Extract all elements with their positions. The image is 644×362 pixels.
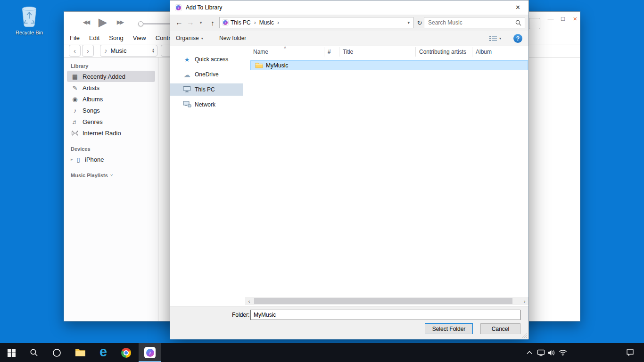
address-location-icon: ♪ — [222, 19, 229, 26]
column-separator[interactable] — [472, 47, 472, 57]
edge-button[interactable]: e — [92, 343, 115, 362]
breadcrumb-this-pc[interactable]: This PC — [229, 19, 253, 26]
menu-item-edit[interactable]: Edit — [84, 33, 104, 44]
dialog-nav-pane: ★ Quick access ☁ OneDrive This PC — [170, 46, 244, 306]
breadcrumb-music[interactable]: Music — [257, 19, 276, 26]
scroll-thumb[interactable] — [254, 298, 512, 304]
dialog-content: ★ Quick access ☁ OneDrive This PC — [170, 46, 528, 306]
taskbar: e ♪ — [0, 343, 644, 362]
close-icon[interactable]: × — [570, 13, 581, 24]
column-header-album[interactable]: Album — [472, 46, 524, 58]
sidebar-item-songs[interactable]: ♪ Songs — [67, 105, 155, 116]
sidebar-item-iphone[interactable]: ▸ ▯ iPhone — [67, 154, 155, 165]
select-folder-button[interactable]: Select Folder — [425, 323, 473, 334]
new-folder-button[interactable]: New folder — [219, 31, 246, 46]
menu-item-file[interactable]: File — [65, 33, 84, 44]
address-bar[interactable]: ♪ This PC › Music › ▾ — [219, 17, 413, 28]
column-header-name[interactable]: Name — [249, 46, 324, 58]
column-header-contributing-artists[interactable]: Contributing artists — [415, 46, 472, 58]
itunes-back-button[interactable]: ‹ — [69, 45, 81, 57]
nav-item-label: This PC — [195, 86, 215, 93]
forward-button[interactable]: → — [185, 15, 196, 31]
file-row-mymusic[interactable]: MyMusic — [250, 60, 528, 70]
onedrive-cloud-icon: ☁ — [182, 71, 191, 78]
help-button[interactable]: ? — [513, 34, 522, 43]
nav-item-label: Quick access — [195, 56, 228, 63]
volume-knob[interactable] — [138, 21, 143, 26]
list-view-icon — [489, 35, 497, 41]
maximize-button[interactable]: □ — [557, 13, 569, 24]
artist-icon: ✎ — [71, 85, 79, 91]
chrome-button[interactable] — [115, 343, 137, 362]
volume-slider[interactable] — [139, 21, 173, 26]
file-explorer-icon — [75, 348, 86, 357]
media-picker[interactable]: ♪ Music ▴ ▾ — [100, 45, 157, 57]
itunes-toolbar-fragment[interactable] — [529, 18, 540, 29]
folder-label: Folder: — [232, 312, 249, 318]
sidebar-item-albums[interactable]: ◉ Albums — [67, 93, 155, 105]
dialog-itunes-icon: ♪ — [175, 4, 182, 11]
nav-item-this-pc[interactable]: This PC — [170, 83, 243, 96]
tray-expand-button[interactable] — [524, 343, 535, 362]
cortana-button[interactable] — [45, 343, 68, 362]
column-separator[interactable] — [415, 47, 416, 57]
search-icon[interactable] — [515, 20, 521, 26]
recycle-bin[interactable]: Recycle Bin — [14, 4, 44, 35]
itunes-forward-button[interactable]: › — [82, 45, 94, 57]
column-header-number[interactable]: # — [324, 46, 339, 58]
cortana-icon — [52, 348, 61, 357]
sidebar-item-label: Genres — [83, 118, 103, 125]
resize-grip[interactable] — [522, 333, 528, 338]
up-button[interactable]: ↑ — [208, 15, 217, 31]
sidebar-item-label: iPhone — [85, 156, 104, 163]
menu-item-song[interactable]: Song — [104, 33, 128, 44]
tray-display-button[interactable] — [536, 343, 546, 362]
wifi-icon — [559, 349, 567, 356]
fast-forward-button[interactable]: ▶▶ — [114, 19, 125, 25]
folder-name-input[interactable] — [250, 310, 520, 320]
start-button[interactable] — [0, 343, 23, 362]
tray-volume-button[interactable] — [546, 343, 556, 362]
sidebar-item-internet-radio[interactable]: Internet Radio — [67, 127, 155, 139]
scroll-right-button[interactable]: › — [520, 297, 528, 305]
scroll-left-button[interactable]: ‹ — [245, 297, 253, 305]
chevron-down-icon: ▾ — [499, 36, 501, 41]
desktop[interactable]: { "desktop": { "recycle_bin_label": "Rec… — [0, 0, 644, 362]
column-separator[interactable] — [324, 47, 324, 57]
taskbar-itunes-button[interactable]: ♪ — [139, 343, 161, 362]
radio-waves-icon — [71, 130, 79, 137]
sidebar-item-recently-added[interactable]: ▦ Recently Added — [67, 71, 155, 82]
action-center-button[interactable] — [619, 343, 640, 362]
nav-item-network[interactable]: Network — [170, 99, 243, 111]
back-button[interactable]: ← — [174, 15, 184, 31]
views-button[interactable]: ▾ — [489, 31, 501, 46]
nav-item-quick-access[interactable]: ★ Quick access — [170, 53, 243, 66]
minimize-button[interactable]: — — [545, 13, 556, 24]
network-icon — [182, 101, 191, 108]
address-dropdown-icon[interactable]: ▾ — [407, 20, 410, 25]
menu-item-view[interactable]: View — [128, 33, 151, 44]
dialog-titlebar[interactable]: ♪ Add To Library × — [170, 0, 528, 15]
music-playlists-header[interactable]: Music Playlists ˅ — [71, 173, 158, 178]
file-explorer-button[interactable] — [69, 343, 91, 362]
dialog-navigation-bar: ← → ▾ ↑ ♪ This PC › Music › ▾ ↻ — [170, 15, 528, 31]
windows-logo-icon — [8, 349, 16, 357]
nav-item-onedrive[interactable]: ☁ OneDrive — [170, 68, 243, 81]
cancel-button[interactable]: Cancel — [480, 323, 520, 334]
organise-button[interactable]: Organise ▾ — [176, 31, 203, 46]
column-header-title[interactable]: Title — [339, 46, 415, 58]
sidebar-item-genres[interactable]: ♬ Genres — [67, 116, 155, 127]
column-separator[interactable] — [339, 47, 339, 57]
taskbar-search-button[interactable] — [23, 343, 45, 362]
dialog-close-button[interactable]: × — [507, 0, 528, 15]
refresh-button[interactable]: ↻ — [415, 15, 424, 31]
sidebar-item-artists[interactable]: ✎ Artists — [67, 82, 155, 93]
recently-added-icon: ▦ — [71, 74, 79, 80]
play-button[interactable]: ▶ — [96, 16, 110, 29]
rewind-button[interactable]: ◀◀ — [80, 19, 91, 25]
tray-network-button[interactable] — [558, 343, 568, 362]
recent-locations-dropdown-icon[interactable]: ▾ — [198, 15, 204, 31]
chevron-down-icon: ˅ — [110, 173, 113, 178]
disclosure-icon[interactable]: ▸ — [71, 157, 75, 162]
search-input[interactable] — [424, 19, 515, 26]
